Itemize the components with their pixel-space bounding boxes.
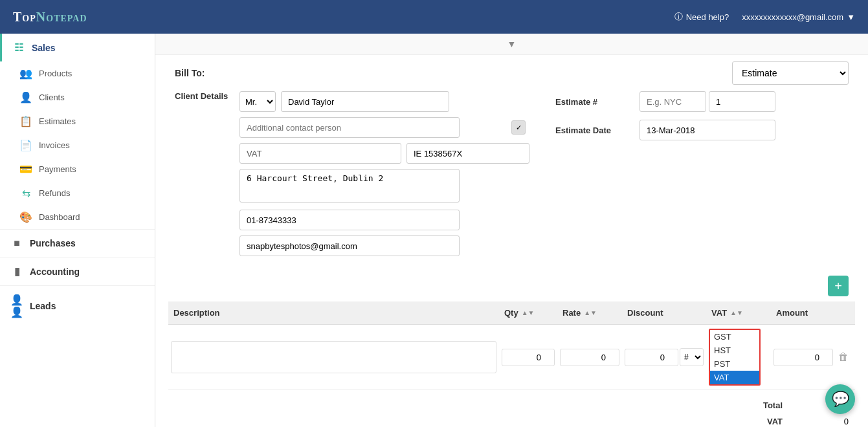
- leads-icon: 👤👤: [10, 294, 23, 318]
- rate-sort-icon: ▲▼: [584, 309, 597, 316]
- add-row-button[interactable]: +: [828, 276, 849, 296]
- sidebar-item-payments[interactable]: 💳 Payments: [0, 157, 155, 181]
- main-content: ▼ Bill To: Estimate Quote Proposal Clien…: [155, 34, 868, 427]
- sidebar-item-dashboard[interactable]: 🎨 Dashboard: [0, 205, 155, 229]
- email-wrap: [239, 235, 529, 256]
- sidebar-section-purchases[interactable]: ■ Purchases: [0, 229, 155, 257]
- estimate-prefix-input[interactable]: [640, 91, 706, 112]
- vat-sort-icon: ▲▼: [730, 309, 743, 316]
- email-input[interactable]: [239, 235, 460, 256]
- sidebar-purchases-label: Purchases: [30, 238, 76, 248]
- estimates-icon: 📋: [19, 115, 32, 127]
- qty-sort-icon: ▲▼: [522, 309, 535, 316]
- vat-dropdown-wrap: GST HST PST VAT: [709, 329, 768, 386]
- products-icon: 👥: [19, 67, 32, 80]
- sidebar-accounting-label: Accounting: [30, 267, 80, 277]
- chat-icon: 💬: [832, 391, 849, 408]
- vat-option-vat[interactable]: VAT: [710, 371, 759, 384]
- table-body: # % GST HST PST VAT: [168, 325, 855, 390]
- chevron-bar[interactable]: ▼: [155, 34, 868, 55]
- need-help-link[interactable]: ⓘ Need help?: [674, 11, 729, 23]
- purchases-icon: ■: [10, 237, 23, 249]
- vat-total-value: 0: [789, 414, 854, 427]
- help-label: Need help?: [686, 12, 729, 22]
- additional-contact-input[interactable]: [239, 117, 460, 138]
- sidebar-leads-label: Leads: [30, 301, 56, 311]
- user-email-menu[interactable]: xxxxxxxxxxxxx@gmail.com ▼: [742, 12, 855, 22]
- contact-check-button[interactable]: ✓: [511, 120, 526, 135]
- estimate-type-select[interactable]: Estimate Quote Proposal: [732, 61, 849, 85]
- col-rate: Rate ▲▼: [557, 301, 622, 325]
- sidebar-section-accounting[interactable]: ▮ Accounting: [0, 257, 155, 285]
- sidebar-sales-label: Sales: [32, 43, 56, 53]
- app-header: TopNotepad ⓘ Need help? xxxxxxxxxxxxx@gm…: [0, 0, 868, 34]
- estimate-date-row: Estimate Date: [555, 120, 775, 140]
- items-table: Description Qty ▲▼ Rate ▲▼: [168, 301, 855, 390]
- qty-input[interactable]: [502, 349, 555, 366]
- user-email-text: xxxxxxxxxxxxx@gmail.com: [742, 12, 843, 22]
- description-input[interactable]: [171, 341, 496, 373]
- sidebar-section-leads[interactable]: 👤👤 Leads: [0, 285, 155, 326]
- sidebar-clients-label: Clients: [39, 93, 65, 102]
- cell-qty: [499, 325, 557, 390]
- estimate-date-label: Estimate Date: [555, 126, 633, 135]
- vat-label-input[interactable]: [239, 143, 401, 164]
- sidebar-section-sales[interactable]: ☷ Sales: [0, 34, 155, 61]
- estimate-number-inputs: [640, 91, 775, 112]
- vat-number-input[interactable]: [406, 143, 529, 164]
- phone-wrap: [239, 210, 529, 230]
- estimate-number-label: Estimate #: [555, 97, 633, 107]
- estimate-number-input[interactable]: [709, 91, 775, 112]
- name-row: Mr. Mrs. Ms. Dr.: [239, 91, 529, 112]
- amount-input[interactable]: [773, 349, 833, 366]
- sales-icon: ☷: [12, 41, 25, 54]
- estimate-info-section: Estimate # Estimate Date: [555, 91, 775, 256]
- sidebar-item-refunds[interactable]: ⇆ Refunds: [0, 181, 155, 205]
- table-header: Description Qty ▲▼ Rate ▲▼: [168, 301, 855, 325]
- form-section: Client Details Mr. Mrs. Ms. Dr.: [175, 91, 849, 256]
- estimate-number-row: Estimate #: [555, 91, 775, 112]
- sidebar-item-estimates[interactable]: 📋 Estimates: [0, 109, 155, 133]
- client-details-section: Client Details Mr. Mrs. Ms. Dr.: [175, 91, 529, 256]
- col-actions: [836, 301, 855, 325]
- sidebar-item-products[interactable]: 👥 Products: [0, 61, 155, 85]
- sidebar-item-clients[interactable]: 👤 Clients: [0, 85, 155, 109]
- sidebar-products-label: Products: [39, 69, 72, 78]
- client-name-input[interactable]: [281, 91, 449, 112]
- phone-input[interactable]: [239, 210, 460, 230]
- totals-area: Total VAT 0: [155, 390, 868, 427]
- bill-to-label: Bill To:: [175, 68, 205, 78]
- vat-total-label: VAT: [758, 414, 788, 427]
- chevron-down-icon: ▼: [847, 12, 855, 22]
- table-area: + Description Qty ▲▼: [168, 276, 855, 390]
- address-input[interactable]: 6 Harcourt Street, Dublin 2: [239, 169, 460, 203]
- discount-type-select[interactable]: # %: [680, 348, 704, 366]
- delete-row-button[interactable]: 🗑: [838, 351, 849, 363]
- discount-input[interactable]: [625, 349, 678, 366]
- vat-option-pst[interactable]: PST: [710, 357, 759, 371]
- sidebar: ☷ Sales 👥 Products 👤 Clients 📋 Estimates…: [0, 34, 155, 427]
- col-vat: VAT ▲▼: [706, 301, 771, 325]
- bill-to-row: Bill To: Estimate Quote Proposal: [155, 55, 868, 91]
- col-qty: Qty ▲▼: [499, 301, 557, 325]
- rate-input[interactable]: [560, 349, 619, 366]
- sidebar-dashboard-label: Dashboard: [39, 212, 80, 222]
- estimate-date-input[interactable]: [640, 120, 775, 140]
- cell-description: [168, 325, 499, 390]
- address-wrap: 6 Harcourt Street, Dublin 2: [239, 169, 529, 204]
- vat-select[interactable]: GST HST PST VAT: [709, 329, 761, 386]
- chat-button[interactable]: 💬: [825, 384, 855, 414]
- client-details-label: Client Details: [175, 91, 233, 101]
- help-icon: ⓘ: [674, 11, 683, 23]
- vat-option-hst[interactable]: HST: [710, 344, 759, 357]
- salutation-select[interactable]: Mr. Mrs. Ms. Dr.: [239, 91, 276, 112]
- col-discount: Discount: [622, 301, 706, 325]
- add-btn-row: +: [168, 276, 855, 296]
- chevron-down-icon: ▼: [507, 39, 517, 49]
- vat-option-gst[interactable]: GST: [710, 330, 759, 344]
- sidebar-refunds-label: Refunds: [39, 188, 70, 198]
- form-outer: Client Details Mr. Mrs. Ms. Dr.: [155, 91, 868, 276]
- vat-total-row: VAT 0: [758, 414, 854, 427]
- sidebar-item-invoices[interactable]: 📄 Invoices: [0, 133, 155, 157]
- sidebar-estimates-label: Estimates: [39, 116, 76, 126]
